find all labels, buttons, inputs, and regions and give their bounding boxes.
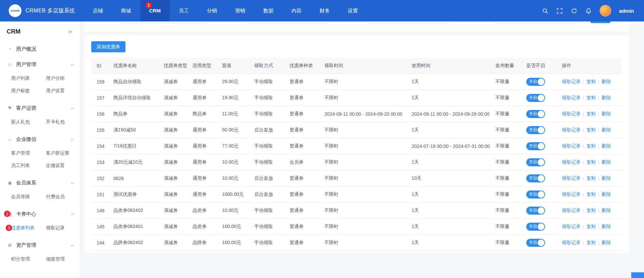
action-link-0[interactable]: 领取记录: [562, 175, 581, 181]
coupon-enable-toggle[interactable]: 开启: [526, 94, 545, 102]
coupon-enable-toggle[interactable]: 开启: [526, 110, 545, 118]
sidebar-item-5-1[interactable]: 领取记录: [46, 222, 80, 234]
action-separator: |: [598, 112, 599, 116]
action-link-0[interactable]: 领取记录: [562, 240, 581, 246]
cell-publish: 不限量: [495, 224, 526, 230]
admin-username[interactable]: admin: [619, 8, 634, 14]
coupon-enable-toggle[interactable]: 开启: [526, 126, 545, 134]
avatar[interactable]: [600, 5, 611, 16]
action-link-0[interactable]: 领取记录: [562, 191, 581, 198]
coupon-enable-toggle[interactable]: 开启: [526, 78, 545, 86]
action-separator: |: [598, 224, 599, 229]
nav-item-2[interactable]: CRM1: [140, 0, 170, 21]
action-link-0[interactable]: 领取记录: [562, 95, 581, 101]
sidebar-item-3-2[interactable]: 员工列表: [11, 159, 46, 172]
sidebar-item-6-1[interactable]: 储值管理: [46, 253, 80, 265]
refresh-icon[interactable]: [571, 8, 577, 14]
action-link-2[interactable]: 删除: [601, 208, 611, 214]
cell-value: 100.00元: [222, 224, 254, 230]
action-link-1[interactable]: 复制: [586, 208, 596, 214]
sidebar-section-2[interactable]: ⚑客户运营: [0, 100, 80, 116]
action-link-2[interactable]: 删除: [601, 79, 611, 85]
coupon-enable-toggle[interactable]: 开启: [526, 190, 545, 199]
add-coupon-button[interactable]: 添加优惠券: [91, 41, 125, 52]
sidebar-item-4-0[interactable]: 会员等级: [11, 190, 46, 203]
cell-id: 156: [91, 111, 113, 117]
action-link-1[interactable]: 复制: [586, 127, 596, 133]
action-link-2[interactable]: 删除: [601, 111, 611, 117]
sidebar-item-3-1[interactable]: 客户群运营: [46, 147, 80, 159]
action-link-1[interactable]: 复制: [586, 191, 596, 198]
nav-item-0[interactable]: 店铺: [84, 0, 112, 21]
action-link-0[interactable]: 领取记录: [562, 159, 581, 165]
coupon-enable-toggle[interactable]: 开启: [526, 174, 545, 182]
action-link-2[interactable]: 删除: [601, 191, 611, 198]
action-link-2[interactable]: 删除: [601, 175, 611, 181]
sidebar-section-label: 卡券中心: [16, 211, 36, 217]
action-link-1[interactable]: 复制: [586, 95, 596, 101]
action-link-0[interactable]: 领取记录: [562, 111, 581, 117]
nav-item-4[interactable]: 分销: [198, 0, 226, 21]
action-link-0[interactable]: 领取记录: [562, 127, 581, 133]
sidebar-item-label: 储值管理: [46, 256, 65, 262]
nav-item-6[interactable]: 数据: [254, 0, 282, 21]
coupon-enable-toggle[interactable]: 开启: [526, 239, 545, 247]
nav-menu: 店铺商城CRM1员工分销营销数据内容财务设置: [84, 0, 367, 21]
search-icon[interactable]: [542, 8, 548, 14]
nav-item-8[interactable]: 财务: [311, 0, 339, 21]
coupon-enable-toggle[interactable]: 开启: [526, 223, 545, 231]
cell-method: 手动领取: [254, 111, 289, 117]
action-link-2[interactable]: 删除: [601, 240, 611, 246]
sidebar-section-4[interactable]: ◉会员体系: [0, 175, 80, 190]
action-link-1[interactable]: 复制: [586, 175, 596, 181]
collapse-sidebar-icon[interactable]: [67, 29, 73, 35]
sidebar-item-1-2[interactable]: 用户标签: [11, 85, 46, 97]
toggle-knob: [538, 223, 544, 230]
sidebar-item-2-0[interactable]: 新人礼包: [11, 116, 46, 128]
action-link-2[interactable]: 删除: [601, 127, 611, 133]
sidebar-item-5-0[interactable]: 3优惠券列表: [11, 222, 46, 234]
sidebar-item-6-0[interactable]: 积分管理: [11, 253, 46, 265]
sidebar-section-5[interactable]: 2▤卡券中心: [0, 206, 80, 222]
action-link-2[interactable]: 删除: [601, 224, 611, 230]
sidebar-item-3-3[interactable]: 企微设置: [46, 159, 80, 172]
fullscreen-icon[interactable]: [556, 8, 563, 14]
sidebar-item-1-1[interactable]: 用户分组: [46, 72, 80, 85]
coupon-enable-toggle[interactable]: 开启: [526, 207, 545, 215]
sidebar-section-0[interactable]: ◔用户概况: [0, 41, 80, 57]
sidebar-item-1-3[interactable]: 用户设置: [46, 85, 80, 97]
action-link-2[interactable]: 删除: [601, 143, 611, 149]
action-link-1[interactable]: 复制: [586, 111, 596, 117]
cell-name: 满150减50: [113, 127, 164, 133]
cell-toggle: 开启: [526, 158, 562, 166]
action-link-0[interactable]: 领取记录: [562, 208, 581, 214]
nav-item-7[interactable]: 内容: [282, 0, 311, 21]
cell-kind: 普通券: [289, 95, 324, 101]
action-link-1[interactable]: 复制: [586, 159, 596, 165]
coupon-enable-toggle[interactable]: 开启: [526, 158, 545, 166]
action-link-0[interactable]: 领取记录: [562, 143, 581, 149]
nav-item-9[interactable]: 设置: [339, 0, 367, 21]
floating-widget[interactable]: [631, 272, 644, 278]
action-link-1[interactable]: 复制: [586, 240, 596, 246]
action-link-2[interactable]: 删除: [601, 159, 611, 165]
action-link-1[interactable]: 复制: [586, 79, 596, 85]
sidebar-item-2-1[interactable]: 开卡礼包: [46, 116, 80, 128]
action-link-1[interactable]: 复制: [586, 224, 596, 230]
sidebar-section-6[interactable]: ⊞资产管理: [0, 237, 80, 253]
action-link-1[interactable]: 复制: [586, 143, 596, 149]
sidebar-item-4-1[interactable]: 付费会员: [46, 190, 80, 203]
nav-item-5[interactable]: 营销: [226, 0, 254, 21]
sidebar-item-3-0[interactable]: 客户管理: [11, 147, 46, 159]
nav-item-1[interactable]: 商城: [112, 0, 140, 21]
nav-item-3[interactable]: 员工: [170, 0, 198, 21]
sidebar-section-3[interactable]: ⌂企业微信: [0, 131, 80, 147]
sidebar-section-1[interactable]: ☺用户管理: [0, 57, 80, 72]
coupon-enable-toggle[interactable]: 开启: [526, 142, 545, 150]
bell-icon[interactable]: [585, 8, 592, 14]
cell-apply: 品牌券: [193, 240, 222, 246]
action-link-0[interactable]: 领取记录: [562, 79, 581, 85]
action-link-2[interactable]: 删除: [601, 95, 611, 101]
sidebar-item-1-0[interactable]: 用户列表: [11, 72, 46, 85]
action-link-0[interactable]: 领取记录: [562, 224, 581, 230]
